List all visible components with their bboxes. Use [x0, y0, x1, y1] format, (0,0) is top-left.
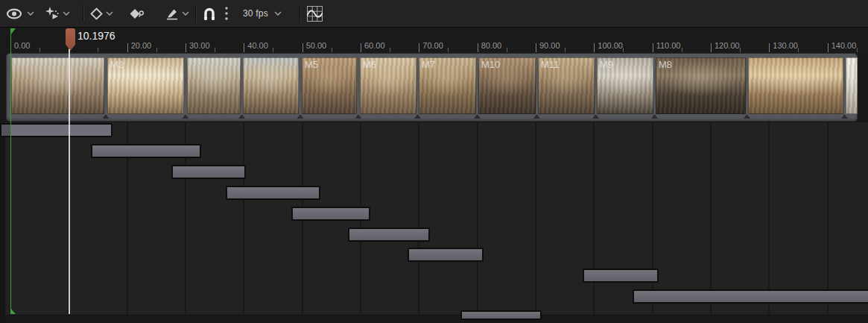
frame-rate-value: 30 fps	[243, 8, 268, 19]
ruler-minor-tick	[682, 48, 682, 52]
timeline-gridline	[477, 122, 478, 314]
ruler-minor-tick	[273, 48, 273, 52]
section-notch-icon	[355, 114, 362, 119]
snap-options-button[interactable]	[224, 0, 229, 27]
shot-label: M10	[481, 59, 500, 70]
section-notch-icon	[103, 114, 110, 119]
keyframe-diamond-icon	[90, 7, 103, 20]
shot-label: M8	[659, 59, 672, 70]
eye-icon	[6, 7, 24, 20]
ruler-major-tick	[594, 43, 595, 52]
ruler-tick-label: 70.00	[422, 41, 443, 50]
clip-bar[interactable]	[633, 289, 868, 304]
clip-bar[interactable]	[291, 207, 370, 221]
magnet-icon	[202, 7, 217, 21]
ruler-major-tick	[419, 43, 419, 52]
ruler-tick-label: 40.00	[247, 41, 268, 50]
ruler-major-tick	[361, 43, 361, 52]
timeline-gridline	[827, 122, 829, 314]
sparkle-wand-icon	[45, 7, 60, 20]
section-notch-icon	[841, 114, 848, 119]
timeline-ruler[interactable]: 0.0020.0030.0040.0050.0060.0070.0080.009…	[0, 28, 868, 53]
ruler-tick-label: 50.00	[306, 41, 327, 50]
shot-label: M5	[305, 59, 318, 70]
section-notch-icon	[651, 114, 658, 119]
ruler-tick-label: 0.00	[14, 41, 30, 50]
ruler-major-tick	[653, 43, 653, 52]
keyframe-key-icon	[130, 7, 145, 20]
ruler-minor-tick	[332, 48, 332, 52]
ruler-tick-label: 100.00	[598, 41, 623, 50]
shot-thumbnail[interactable]	[748, 57, 843, 114]
sequencer-panel: 30 fps 0.0020.0030.0040.0050.0060.0070.0…	[0, 0, 868, 323]
shots-track[interactable]: M2M5M6M7M10M11M9M8	[6, 53, 858, 122]
shot-thumbnail[interactable]	[187, 57, 241, 114]
ruler-major-tick	[536, 43, 536, 52]
shot-thumbnail-m7[interactable]: M7	[419, 57, 476, 114]
sequencer-toolbar: 30 fps	[0, 0, 868, 28]
shot-thumbnail[interactable]	[846, 57, 858, 114]
ruler-minor-tick	[565, 48, 566, 52]
chevron-down-icon	[27, 11, 34, 16]
ruler-tick-label: 130.00	[773, 41, 798, 50]
clip-bar[interactable]	[408, 248, 484, 262]
clip-bar[interactable]	[91, 144, 201, 158]
timeline-gridline	[418, 122, 419, 314]
left-edge-shade	[0, 122, 5, 323]
frame-rate-dropdown[interactable]: 30 fps	[243, 0, 282, 27]
ruler-minor-tick	[798, 48, 799, 52]
clip-bar[interactable]	[460, 310, 542, 320]
ruler-tick-label: 30.00	[189, 41, 210, 50]
ruler-tick-label: 60.00	[364, 41, 385, 50]
ruler-tick-label: 110.00	[656, 41, 681, 50]
ruler-minor-tick	[857, 48, 858, 52]
ruler-major-tick	[302, 43, 303, 52]
ruler-tick-label: 140.00	[831, 41, 857, 50]
ruler-minor-tick	[98, 48, 98, 52]
section-notch-icon	[238, 114, 245, 119]
clip-bar[interactable]	[226, 186, 320, 200]
clip-bar[interactable]	[0, 123, 113, 137]
clip-bar[interactable]	[171, 165, 246, 179]
ruler-major-tick	[478, 43, 478, 52]
filters-button[interactable]	[45, 0, 70, 27]
view-options-button[interactable]	[6, 0, 34, 27]
playhead-time-label: 10.1976	[77, 30, 115, 42]
shot-label: M9	[600, 59, 613, 70]
clip-bar[interactable]	[348, 228, 430, 242]
toolbar-separator	[195, 5, 196, 22]
shot-thumbnail-m6[interactable]: M6	[360, 57, 416, 114]
clip-bar[interactable]	[583, 269, 659, 283]
ruler-major-tick	[769, 43, 770, 52]
shot-label: M2	[110, 59, 124, 70]
playback-range-start-marker[interactable]	[10, 28, 16, 35]
timeline-gridline	[652, 122, 653, 314]
marker-pen-button[interactable]	[165, 0, 189, 27]
ruler-minor-tick	[215, 48, 215, 52]
shot-thumbnail-m10[interactable]: M10	[478, 57, 536, 114]
shot-label: M7	[422, 59, 435, 70]
tracks-area[interactable]	[0, 122, 868, 323]
shot-thumbnail-m11[interactable]: M11	[538, 57, 595, 114]
section-notch-icon	[474, 114, 481, 119]
playhead-marker[interactable]	[66, 28, 75, 51]
shot-thumbnail-m2[interactable]: M2	[107, 57, 184, 114]
snapping-button[interactable]	[202, 0, 217, 27]
shot-thumbnail-m9[interactable]: M9	[597, 57, 653, 114]
chevron-down-icon	[182, 11, 189, 16]
ruler-tick-label: 90.00	[539, 41, 560, 50]
playhead-line[interactable]	[69, 49, 70, 314]
shot-thumbnail[interactable]	[243, 57, 299, 114]
chevron-down-icon	[63, 11, 70, 16]
add-keyframe-button[interactable]	[130, 0, 145, 27]
section-notch-icon	[744, 114, 750, 119]
timeline-gridline	[243, 122, 244, 314]
kebab-menu-icon	[224, 6, 229, 21]
shot-thumbnail[interactable]	[11, 57, 104, 114]
curve-editor-button[interactable]	[307, 0, 323, 27]
keyframe-options-button[interactable]	[90, 0, 113, 27]
ruler-minor-tick	[623, 48, 624, 52]
shot-thumbnail-m5[interactable]: M5	[302, 57, 357, 114]
shot-thumbnail-m8[interactable]: M8	[656, 57, 746, 114]
ruler-minor-tick	[507, 48, 507, 52]
